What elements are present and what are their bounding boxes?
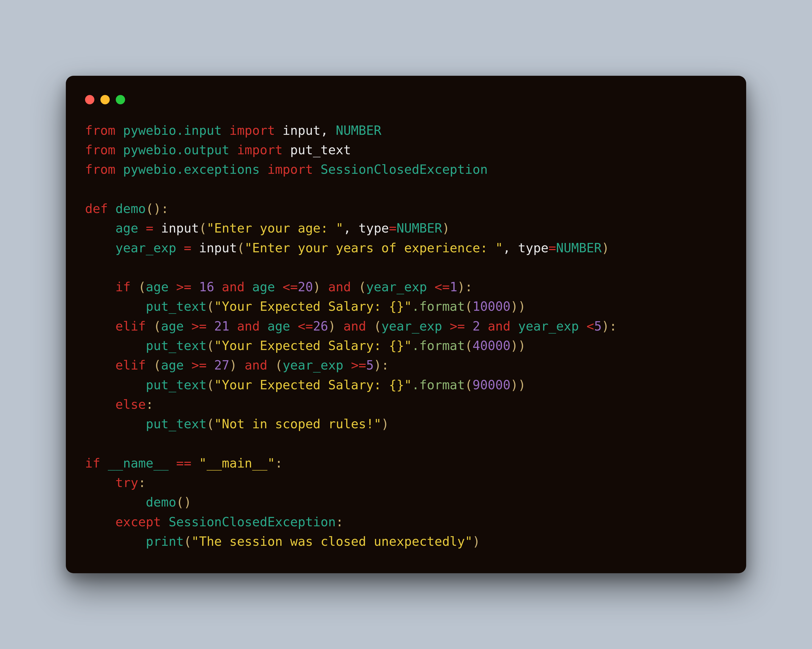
code-token: (: [206, 378, 214, 392]
code-token: 1: [450, 280, 457, 294]
code-token: (: [184, 534, 191, 549]
code-token: .format: [412, 338, 465, 353]
code-token: elif: [116, 358, 153, 372]
code-token: pywebio.exceptions: [123, 162, 267, 177]
code-token: :: [336, 514, 343, 529]
code-token: age: [161, 358, 191, 372]
code-token: <=: [435, 280, 450, 294]
code-token: 5: [594, 319, 602, 334]
code-token: age: [252, 280, 282, 294]
code-token: 40000: [472, 338, 510, 353]
code-token: :: [146, 397, 154, 412]
code-token: :: [138, 475, 146, 490]
code-token: [85, 495, 146, 510]
code-token: (: [465, 378, 473, 392]
code-token: and: [229, 319, 267, 334]
code-token: >=: [450, 319, 472, 334]
code-token: year_exp: [366, 280, 435, 294]
code-token: pywebio.input: [123, 123, 229, 138]
code-token: year_exp: [518, 319, 586, 334]
code-token: from: [85, 123, 123, 138]
code-token: [85, 240, 116, 255]
code-token: else: [116, 397, 146, 412]
code-token: (: [153, 319, 161, 334]
code-token: :: [275, 456, 282, 471]
code-token: <=: [298, 319, 313, 334]
code-token: "__main__": [199, 456, 275, 471]
code-token: (: [206, 338, 214, 353]
code-token: "Your Expected Salary: {}": [214, 338, 412, 353]
code-token: >=: [191, 319, 214, 334]
code-token: and: [480, 319, 518, 334]
code-token: and: [321, 280, 359, 294]
code-token: (): [176, 495, 191, 510]
code-token: 26: [313, 319, 328, 334]
code-token: 21: [214, 319, 229, 334]
code-token: ):: [457, 280, 472, 294]
code-token: input: [161, 221, 199, 236]
code-token: def: [85, 201, 116, 216]
code-token: and: [214, 280, 252, 294]
code-token: "Not in scoped rules!": [214, 416, 381, 431]
code-token: demo: [146, 495, 176, 510]
code-token: 20: [298, 280, 313, 294]
code-token: (: [237, 240, 245, 255]
code-token: age: [116, 221, 146, 236]
code-block: from pywebio.input import input, NUMBER …: [85, 121, 727, 551]
code-token: SessionClosedException: [169, 514, 336, 529]
code-token: put_text: [146, 299, 207, 314]
code-token: (: [465, 338, 473, 353]
code-token: (: [374, 319, 381, 334]
code-token: year_exp: [116, 240, 184, 255]
code-token: NUMBER: [556, 240, 601, 255]
code-token: )): [511, 378, 526, 392]
code-token: .format: [412, 299, 465, 314]
code-token: except: [116, 514, 169, 529]
code-token: ,: [343, 221, 359, 236]
code-token: 16: [199, 280, 214, 294]
code-token: try: [116, 475, 138, 490]
code-token: age: [146, 280, 176, 294]
code-token: NUMBER: [397, 221, 442, 236]
code-token: "Your Expected Salary: {}": [214, 378, 412, 392]
code-token: [85, 378, 146, 392]
code-token: (: [153, 358, 161, 372]
code-token: year_exp: [282, 358, 351, 372]
code-token: (: [275, 358, 282, 372]
code-token: and: [336, 319, 374, 334]
code-token: put_text: [146, 338, 207, 353]
code-token: [85, 534, 146, 549]
code-token: >=: [351, 358, 366, 372]
code-token: elif: [116, 319, 153, 334]
code-token: ): [229, 358, 237, 372]
code-token: [85, 221, 116, 236]
code-token: (: [465, 299, 473, 314]
code-token: =: [389, 221, 397, 236]
close-icon[interactable]: [85, 95, 95, 104]
code-token: ,: [321, 123, 336, 138]
code-token: SessionClosedException: [321, 162, 488, 177]
minimize-icon[interactable]: [101, 95, 110, 104]
code-token: ():: [146, 201, 169, 216]
code-token: (: [138, 280, 146, 294]
code-token: [85, 397, 116, 412]
code-token: from: [85, 142, 123, 157]
code-token: if: [85, 456, 108, 471]
code-token: <=: [282, 280, 298, 294]
code-token: [85, 514, 116, 529]
code-token: "Enter your years of experience: ": [245, 240, 503, 255]
zoom-icon[interactable]: [116, 95, 125, 104]
code-token: (: [359, 280, 366, 294]
code-token: put_text: [146, 378, 207, 392]
code-token: NUMBER: [336, 123, 381, 138]
code-token: and: [237, 358, 275, 372]
code-token: 90000: [472, 378, 510, 392]
code-token: =: [184, 240, 199, 255]
code-token: >=: [191, 358, 214, 372]
code-token: "The session was closed unexpectedly": [191, 534, 473, 549]
window-titlebar: [85, 95, 727, 104]
code-token: put_text: [146, 416, 207, 431]
code-token: print: [146, 534, 184, 549]
code-token: "Enter your age: ": [206, 221, 343, 236]
code-token: 10000: [472, 299, 510, 314]
